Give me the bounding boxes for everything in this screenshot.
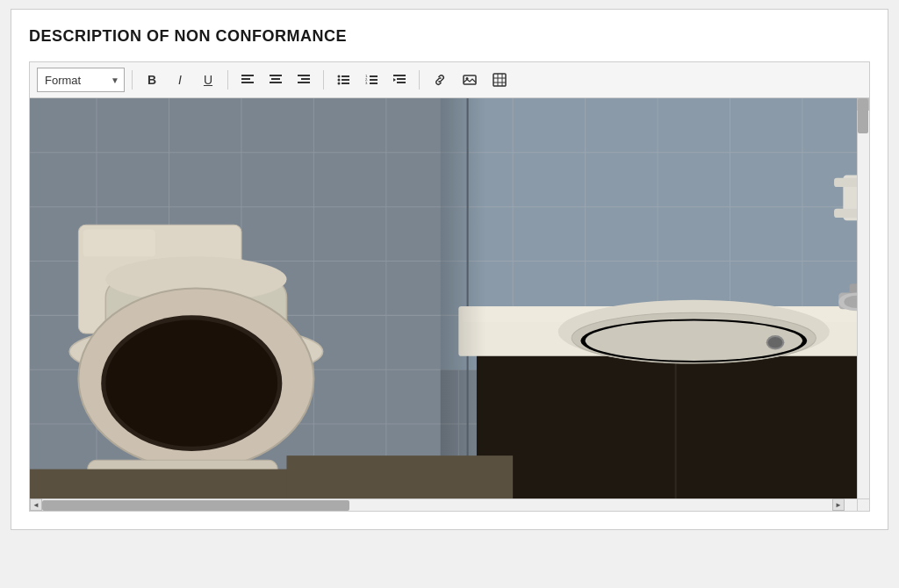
bullet-list-icon xyxy=(337,74,349,86)
underline-button[interactable]: U xyxy=(196,68,220,92)
svg-rect-1 xyxy=(241,78,250,80)
scroll-left-arrow[interactable]: ◄ xyxy=(30,498,42,511)
svg-rect-6 xyxy=(298,75,310,76)
svg-rect-21 xyxy=(393,75,406,76)
table-button[interactable] xyxy=(486,68,513,92)
indent-button[interactable] xyxy=(387,68,412,92)
editor-wrapper: FormatHeading 1Heading 2Heading 3Normal … xyxy=(29,61,870,512)
link-button[interactable] xyxy=(427,68,453,92)
scrollbar-corner xyxy=(857,498,869,511)
svg-rect-0 xyxy=(241,75,254,76)
align-right-button[interactable] xyxy=(291,68,316,92)
svg-text:3.: 3. xyxy=(365,81,368,85)
numbered-list-icon: 1. 2. 3. xyxy=(365,74,378,86)
svg-point-11 xyxy=(338,79,341,82)
format-select[interactable]: FormatHeading 1Heading 2Heading 3Normal xyxy=(37,68,125,92)
svg-rect-25 xyxy=(464,75,476,84)
svg-rect-5 xyxy=(270,82,282,83)
svg-rect-3 xyxy=(270,75,282,76)
align-left-button[interactable] xyxy=(235,68,260,92)
scroll-right-arrow[interactable]: ► xyxy=(832,498,845,511)
align-right-icon xyxy=(298,74,310,86)
link-icon xyxy=(433,73,447,87)
editor-content[interactable]: ▲ ▼ ◄ ► xyxy=(30,98,869,511)
svg-point-64 xyxy=(105,320,277,447)
svg-rect-12 xyxy=(342,79,349,81)
image-icon xyxy=(463,73,477,87)
page-title: DESCRIPTION OF NON CONFORMANCE xyxy=(29,27,870,46)
svg-rect-8 xyxy=(298,82,310,83)
svg-rect-87 xyxy=(441,98,486,511)
toolbar: FormatHeading 1Heading 2Heading 3Normal … xyxy=(30,62,869,98)
align-center-button[interactable] xyxy=(263,68,288,92)
svg-rect-58 xyxy=(83,229,155,256)
numbered-list-button[interactable]: 1. 2. 3. xyxy=(359,68,384,92)
horizontal-scrollbar[interactable]: ◄ ► xyxy=(30,498,857,511)
italic-button[interactable]: I xyxy=(168,68,192,92)
image-button[interactable] xyxy=(457,68,483,92)
svg-rect-27 xyxy=(493,74,506,86)
vertical-scrollbar[interactable]: ▲ ▼ xyxy=(857,98,869,511)
svg-rect-18 xyxy=(370,79,378,81)
svg-rect-10 xyxy=(342,75,349,77)
indent-icon xyxy=(393,74,406,86)
svg-rect-23 xyxy=(397,82,406,83)
bathroom-image xyxy=(30,98,869,511)
align-center-icon xyxy=(270,74,282,86)
page-container: DESCRIPTION OF NON CONFORMANCE FormatHea… xyxy=(11,9,888,530)
svg-rect-2 xyxy=(241,82,254,83)
horizontal-scroll-thumb[interactable] xyxy=(42,500,349,511)
svg-point-13 xyxy=(338,82,341,85)
align-left-icon xyxy=(241,74,254,86)
svg-point-9 xyxy=(338,75,341,78)
bullet-list-button[interactable] xyxy=(331,68,356,92)
svg-rect-7 xyxy=(301,78,310,80)
svg-rect-20 xyxy=(370,82,378,84)
vertical-scroll-thumb[interactable] xyxy=(858,98,868,133)
toolbar-divider-4 xyxy=(419,70,420,90)
toolbar-divider-1 xyxy=(132,70,133,90)
toolbar-divider-3 xyxy=(323,70,324,90)
svg-rect-16 xyxy=(370,75,378,77)
svg-rect-14 xyxy=(342,82,349,84)
toolbar-divider-2 xyxy=(227,70,228,90)
table-icon xyxy=(493,73,507,87)
svg-rect-22 xyxy=(397,78,406,80)
format-select-wrapper[interactable]: FormatHeading 1Heading 2Heading 3Normal … xyxy=(37,68,125,92)
svg-rect-4 xyxy=(271,78,280,80)
svg-marker-24 xyxy=(393,78,396,82)
bold-button[interactable]: B xyxy=(140,68,164,92)
svg-point-79 xyxy=(768,337,782,348)
